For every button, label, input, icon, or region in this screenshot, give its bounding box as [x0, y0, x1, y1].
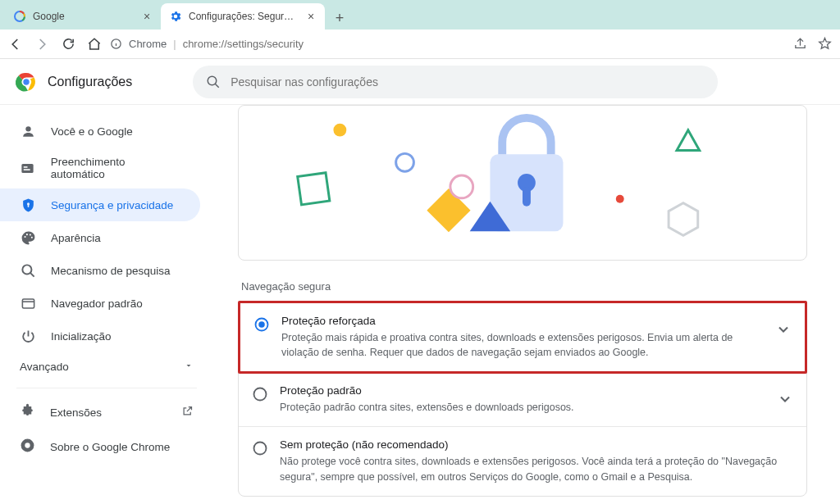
shield-icon — [20, 197, 36, 213]
sidebar-item-security[interactable]: Segurança e privacidade — [0, 188, 200, 221]
sidebar-item-startup[interactable]: Inicialização — [0, 320, 200, 352]
chevron-down-icon — [184, 361, 194, 373]
svg-point-35 — [254, 443, 267, 455]
option-standard-protection[interactable]: Proteção padrão Proteção padrão contra s… — [239, 373, 806, 427]
svg-rect-7 — [22, 163, 34, 172]
sidebar-item-appearance[interactable]: Aparência — [0, 221, 200, 254]
search-icon — [20, 262, 36, 279]
illustration-card — [238, 105, 807, 261]
sidebar-item-extensions[interactable]: Extensões — [0, 395, 213, 429]
close-icon[interactable]: × — [141, 11, 153, 22]
settings-search[interactable] — [193, 66, 718, 98]
info-icon — [110, 38, 122, 50]
option-description: Proteção padrão contra sites, extensões … — [280, 400, 765, 415]
forward-button[interactable] — [34, 37, 49, 52]
sidebar-item-label: Navegador padrão — [51, 297, 143, 310]
svg-point-14 — [29, 234, 30, 235]
bookmark-icon[interactable] — [817, 37, 832, 52]
option-enhanced-protection[interactable]: Proteção reforçada Proteção mais rápida … — [238, 301, 807, 374]
option-title: Proteção reforçada — [281, 315, 764, 327]
svg-rect-11 — [27, 204, 29, 207]
external-link-icon — [181, 405, 194, 420]
main-panel: Navegação segura Proteção reforçada Prot… — [213, 105, 840, 504]
search-input[interactable] — [231, 75, 705, 89]
share-icon[interactable] — [792, 37, 807, 52]
puzzle-icon — [20, 403, 35, 421]
sidebar-item-label: Sobre o Google Chrome — [50, 441, 170, 453]
svg-point-13 — [25, 234, 27, 235]
tab-settings-security[interactable]: Configurações: Segurança × — [161, 3, 325, 30]
svg-rect-23 — [427, 188, 470, 232]
address-bar: Chrome | chrome://settings/security — [0, 30, 840, 59]
url-chrome-label: Chrome — [129, 38, 167, 50]
chrome-logo-icon — [16, 72, 36, 92]
sidebar-separator — [16, 388, 197, 388]
autofill-icon — [20, 160, 36, 176]
page-title: Configurações — [48, 75, 132, 89]
sidebar-item-label: Preenchimento automático — [51, 156, 180, 180]
close-icon[interactable]: × — [305, 11, 317, 22]
svg-point-31 — [396, 153, 414, 171]
browser-tab-strip: Google × Configurações: Segurança × + — [0, 0, 840, 30]
palette-icon — [20, 229, 36, 246]
home-button[interactable] — [87, 37, 102, 52]
new-tab-button[interactable]: + — [328, 7, 351, 30]
tab-title: Configurações: Segurança — [189, 11, 299, 22]
svg-marker-29 — [677, 130, 700, 151]
reload-button[interactable] — [61, 37, 75, 52]
power-icon — [20, 328, 36, 344]
google-favicon — [13, 10, 26, 23]
sidebar-item-autofill[interactable]: Preenchimento automático — [0, 148, 200, 188]
svg-point-15 — [30, 236, 32, 238]
sidebar-item-label: Segurança e privacidade — [51, 199, 173, 211]
option-title: Sem proteção (não recomendado) — [280, 438, 793, 451]
radio-unselected-icon[interactable] — [252, 440, 268, 456]
search-icon — [206, 75, 221, 89]
svg-rect-22 — [523, 187, 531, 207]
option-description: Proteção mais rápida e proativa contra s… — [281, 330, 764, 360]
url-separator: | — [173, 38, 176, 50]
svg-point-28 — [616, 195, 624, 203]
svg-point-27 — [450, 175, 473, 198]
url-field[interactable]: Chrome | chrome://settings/security — [110, 38, 784, 50]
settings-header: Configurações — [0, 59, 840, 105]
option-description: Não protege você contra sites, downloads… — [280, 454, 793, 484]
chrome-logo-icon — [20, 438, 35, 456]
tab-google[interactable]: Google × — [5, 3, 161, 30]
radio-selected-icon[interactable] — [253, 316, 270, 333]
person-icon — [20, 123, 36, 139]
sidebar-item-search-engine[interactable]: Mecanismo de pesquisa — [0, 254, 200, 287]
sidebar-item-label: Extensões — [50, 406, 102, 419]
sidebar-item-you-and-google[interactable]: Você e o Google — [0, 115, 200, 148]
chevron-down-icon[interactable] — [775, 321, 792, 338]
svg-rect-17 — [22, 298, 34, 307]
sidebar-item-default-browser[interactable]: Navegador padrão — [0, 287, 200, 320]
svg-marker-30 — [669, 203, 698, 236]
svg-rect-9 — [24, 169, 30, 170]
radio-unselected-icon[interactable] — [252, 386, 268, 402]
gear-icon — [169, 10, 182, 23]
chevron-down-icon[interactable] — [777, 391, 793, 407]
svg-point-16 — [22, 265, 31, 274]
safe-browsing-options: Proteção reforçada Proteção mais rápida … — [238, 301, 807, 497]
svg-point-34 — [254, 388, 267, 401]
option-title: Proteção padrão — [280, 384, 765, 397]
svg-point-12 — [24, 235, 25, 237]
sidebar-advanced-toggle[interactable]: Avançado — [0, 352, 213, 381]
svg-point-33 — [258, 321, 265, 328]
option-no-protection[interactable]: Sem proteção (não recomendado) Não prote… — [239, 427, 806, 495]
svg-rect-26 — [298, 173, 330, 205]
sidebar-item-label: Inicialização — [51, 330, 112, 343]
svg-point-5 — [208, 76, 217, 85]
url-path: chrome://settings/security — [183, 38, 304, 50]
sidebar-item-label: Mecanismo de pesquisa — [51, 265, 171, 277]
section-label-safe-browsing: Navegação segura — [241, 280, 807, 293]
sidebar-item-about[interactable]: Sobre o Google Chrome — [0, 429, 213, 464]
sidebar-advanced-label: Avançado — [20, 361, 69, 373]
back-button[interactable] — [8, 37, 23, 52]
sidebar-item-label: Aparência — [51, 232, 101, 244]
svg-point-19 — [25, 443, 30, 447]
svg-rect-8 — [24, 166, 28, 168]
sidebar-item-label: Você e o Google — [51, 125, 133, 138]
browser-icon — [20, 295, 36, 311]
